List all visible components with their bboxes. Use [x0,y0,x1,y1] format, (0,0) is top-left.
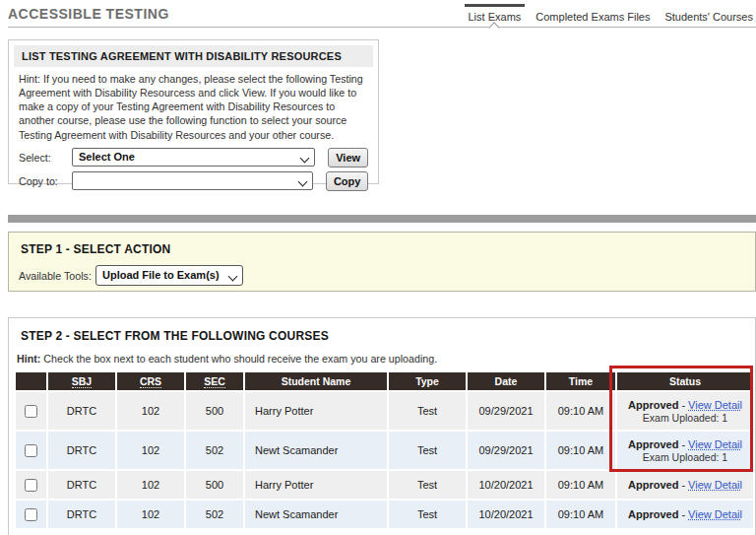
cell-crs: 102 [117,501,184,528]
column-header-date: Date [468,372,544,390]
copy-button[interactable]: Copy [326,171,368,191]
cell-date: 10/20/2021 [468,471,544,499]
available-tools-select[interactable]: Upload File to Exam(s) [95,265,243,286]
cell-time: 09:10 AM [546,392,615,430]
step1-title: STEP 1 - SELECT ACTION [21,242,755,256]
available-tools-row: Available Tools: Upload File to Exam(s) [19,265,755,286]
cell-crs: 102 [117,471,184,499]
step2-panel: STEP 2 - SELECT FROM THE FOLLOWING COURS… [8,317,756,535]
cell-student-name: Newt Scamander [245,501,387,528]
row-checkbox[interactable] [25,405,37,418]
status-badge: Approved [628,399,678,411]
cell-crs: 102 [117,432,184,469]
cell-status: Approved - View Detail [617,471,753,499]
status-badge: Approved [628,479,678,491]
cell-date: 10/20/2021 [468,501,544,528]
cell-type: Test [389,471,466,499]
sort-sbj[interactable]: SBJ [72,375,92,388]
cell-student-name: Harry Potter [245,392,387,430]
exam-uploaded-count: Exam Uploaded: 1 [621,451,749,463]
nav-tab-completed-exams-files[interactable]: Completed Exams Files [536,11,650,27]
cell-status: Approved - View Detail Exam Uploaded: 1 [617,432,753,469]
cell-sbj: DRTC [48,471,115,499]
sort-sec[interactable]: SEC [204,375,225,388]
copy-row: Copy to: Copy [19,171,368,191]
copy-to-label: Copy to: [19,175,72,187]
step2-hint: Hint: Check the box next to each student… [17,353,755,365]
page-title: ACCESSIBLE TESTING [8,6,169,22]
view-detail-link[interactable]: View Detail [688,399,742,411]
table-row: DRTC 102 500 Harry Potter Test 09/29/202… [16,392,753,430]
header-divider [8,27,756,28]
step2-hint-label: Hint: [17,353,40,365]
copy-to-select[interactable] [72,171,313,190]
column-header-checkbox [16,372,46,390]
agreement-select[interactable]: Select One [72,148,315,167]
available-tools-value: Upload File to Exam(s) [102,269,220,281]
column-header-student-name: Student Name [245,372,387,390]
agreement-panel-title: LIST TESTING AGREEMENT WITH DISABILITY R… [14,45,373,67]
cell-sec: 502 [186,432,243,469]
nav-tab-list-exams[interactable]: List Exams [469,11,522,27]
row-checkbox[interactable] [25,479,37,492]
column-header-status: Status [617,372,753,390]
cell-time: 09:10 AM [546,501,615,528]
row-checkbox[interactable] [25,508,37,521]
cell-sbj: DRTC [48,501,115,528]
cell-sbj: DRTC [48,392,115,430]
column-header-crs: CRS [117,372,184,390]
cell-student-name: Harry Potter [245,471,387,499]
column-header-sec: SEC [186,372,243,390]
cell-status: Approved - View Detail Exam Uploaded: 1 [617,392,753,430]
cell-type: Test [389,501,466,528]
page: ACCESSIBLE TESTING List Exams Completed … [0,0,756,535]
sort-crs[interactable]: CRS [140,375,161,388]
step2-hint-text: Check the box next to each student who s… [40,353,437,365]
status-badge: Approved [628,508,678,520]
view-detail-link[interactable]: View Detail [688,438,742,450]
agreement-hint: Hint: If you need to make any changes, p… [19,72,368,142]
step2-title: STEP 2 - SELECT FROM THE FOLLOWING COURS… [21,329,755,343]
status-separator: - [681,479,685,491]
exam-uploaded-count: Exam Uploaded: 1 [621,412,749,424]
agreement-select-value: Select One [79,151,135,163]
view-button[interactable]: View [328,148,368,167]
select-row: Select: Select One View [19,148,368,167]
cell-type: Test [389,432,466,469]
chevron-down-icon [300,155,308,163]
view-detail-link[interactable]: View Detail [688,479,742,491]
status-separator: - [681,508,685,520]
view-detail-link[interactable]: View Detail [688,508,742,520]
top-nav: List Exams Completed Exams Files Student… [469,11,754,27]
cell-sec: 500 [186,392,243,430]
agreement-panel: LIST TESTING AGREEMENT WITH DISABILITY R… [8,39,379,184]
status-separator: - [681,399,685,411]
row-checkbox[interactable] [25,444,37,457]
column-header-type: Type [389,372,466,390]
table-row: DRTC 102 500 Harry Potter Test 10/20/202… [16,471,753,499]
cell-crs: 102 [117,392,184,430]
table-row: DRTC 102 502 Newt Scamander Test 10/20/2… [16,501,753,528]
section-divider-bar [8,215,756,223]
cell-sbj: DRTC [48,432,115,469]
available-tools-label: Available Tools: [19,270,95,282]
cell-type: Test [389,392,466,430]
table-row: DRTC 102 502 Newt Scamander Test 09/29/2… [16,432,753,469]
column-header-sbj: SBJ [48,372,115,390]
select-label: Select: [19,152,72,164]
cell-sec: 502 [186,501,243,528]
cell-time: 09:10 AM [546,432,615,469]
chevron-down-icon [228,273,236,281]
status-separator: - [681,438,685,450]
step1-panel: STEP 1 - SELECT ACTION Available Tools: … [8,232,756,292]
cell-status: Approved - View Detail [617,501,753,528]
nav-tab-students-courses[interactable]: Students' Courses [664,11,753,27]
cell-time: 09:10 AM [546,471,615,499]
table-header-row: SBJ CRS SEC Student Name Type Date Time … [16,372,753,390]
courses-table: SBJ CRS SEC Student Name Type Date Time … [14,370,755,530]
cell-date: 09/29/2021 [468,432,544,469]
cell-date: 09/29/2021 [468,392,544,430]
column-header-time: Time [546,372,615,390]
cell-student-name: Newt Scamander [245,432,387,469]
chevron-down-icon [298,178,306,186]
